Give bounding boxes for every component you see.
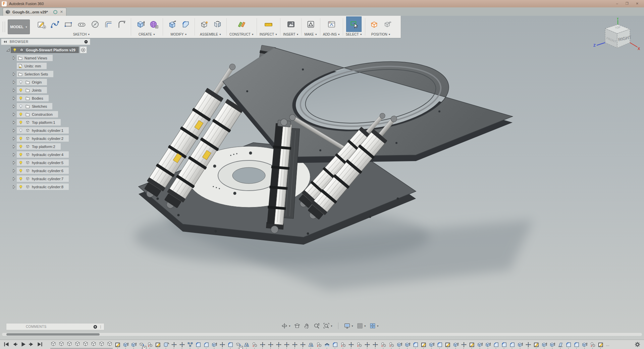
browser-item-surface[interactable]: Origin (17, 79, 47, 85)
zoom-icon[interactable] (313, 322, 320, 329)
timeline-rigid-group-icon[interactable] (187, 342, 193, 349)
timeline-move-icon[interactable] (268, 342, 274, 349)
toolbar-menu-position[interactable]: POSITION▼ (371, 32, 391, 37)
toolbar-grip[interactable] (3, 21, 5, 32)
view-cube[interactable]: TOP FRONT RIGHT Y Z X (593, 18, 640, 59)
browser-item-surface[interactable]: Selection Sets (17, 71, 53, 77)
browser-item-bodies[interactable]: Bodies (1, 95, 90, 101)
add-ins-icon[interactable] (325, 17, 338, 31)
toolbar-menu-select[interactable]: SELECT▼ (346, 32, 362, 37)
tab-close-button[interactable]: ✕ (59, 10, 64, 14)
browser-item-hydraulic-cylinder-1[interactable]: hydraulic cylinder:1 (1, 127, 90, 134)
timeline-move-icon[interactable] (219, 342, 225, 349)
browser-item-units-mm[interactable]: Units: mm (1, 63, 90, 69)
measure-icon[interactable] (262, 17, 275, 31)
timeline-move-icon[interactable] (260, 342, 266, 349)
browser-item-top-platform-2[interactable]: Top platform:2 (1, 143, 90, 150)
timeline-move-icon[interactable] (372, 342, 378, 349)
look-at-icon[interactable] (294, 322, 301, 329)
toolbar-menu-add-ins[interactable]: ADD-INS▼ (323, 32, 340, 37)
timeline-extrude-icon[interactable] (582, 342, 588, 349)
browser-item-selection-sets[interactable]: Selection Sets (1, 71, 90, 77)
timeline-scrollbar[interactable] (2, 333, 642, 336)
timeline-mirror-icon[interactable] (244, 342, 250, 349)
timeline-go-to-start-button[interactable] (3, 341, 10, 348)
timeline-component-icon[interactable] (83, 341, 89, 348)
visibility-bulb-icon[interactable] (18, 184, 23, 190)
expand-arrow-icon[interactable] (11, 184, 17, 190)
visibility-bulb-icon[interactable] (18, 120, 23, 125)
toolbar-menu-modify[interactable]: MODIFY▼ (171, 32, 187, 37)
timeline-draft-icon[interactable] (557, 342, 564, 349)
expand-arrow-icon[interactable] (11, 71, 17, 77)
visibility-bulb-icon[interactable] (18, 112, 23, 117)
visibility-bulb-icon[interactable] (18, 128, 23, 133)
expand-arrow-icon[interactable] (11, 55, 17, 61)
timeline-component-icon[interactable] (91, 341, 97, 348)
timeline-group-expand-badge[interactable]: + (239, 346, 243, 349)
timeline-extrude-icon[interactable] (211, 342, 217, 349)
browser-item-construction[interactable]: Construction (1, 111, 90, 117)
timeline-move-icon[interactable] (179, 342, 185, 349)
timeline-move-icon[interactable] (276, 342, 282, 349)
capture-position-icon[interactable] (368, 17, 381, 31)
document-tab[interactable]: Gough-St...orm v29* ✕ (3, 8, 66, 16)
expand-arrow-icon[interactable] (11, 80, 17, 85)
timeline-thicken-icon[interactable] (324, 342, 330, 349)
press-pull-icon[interactable] (166, 17, 178, 31)
extrude-icon[interactable] (134, 17, 147, 31)
timeline-extrude-icon[interactable] (541, 342, 547, 349)
chevron-down-icon[interactable]: ▼ (364, 325, 366, 327)
timeline-component-icon[interactable] (58, 341, 64, 348)
browser-item-hydraulic-cylinder-5[interactable]: hydraulic cylinder:5 (1, 159, 90, 166)
timeline-settings-gear-icon[interactable] (634, 341, 641, 348)
browser-item-surface[interactable]: hydraulic cylinder:8 (17, 184, 69, 190)
timeline-move-icon[interactable] (292, 342, 298, 349)
timeline-component-icon[interactable] (107, 341, 113, 348)
expand-arrow-icon[interactable] (11, 152, 17, 157)
browser-item-named-views[interactable]: Named Views (1, 55, 90, 61)
construct-plane-icon[interactable] (235, 17, 248, 31)
timeline-step-back-button[interactable] (12, 341, 18, 348)
timeline-extrude-icon[interactable] (477, 342, 483, 349)
expand-arrow-icon[interactable] (11, 144, 17, 149)
timeline-joint-icon[interactable] (147, 342, 153, 349)
timeline-joint-icon[interactable] (356, 342, 362, 349)
timeline-move-icon[interactable] (348, 342, 354, 349)
chevron-down-icon[interactable]: ▼ (330, 325, 333, 327)
timeline-extrude-icon[interactable] (405, 342, 411, 349)
pan-icon[interactable] (304, 322, 310, 329)
timeline-move-icon[interactable] (284, 342, 290, 349)
timeline-component-icon[interactable] (66, 341, 72, 348)
activate-component-radio[interactable] (80, 46, 87, 53)
timeline-extrude-icon[interactable] (549, 342, 555, 349)
timeline-component-icon[interactable] (50, 341, 56, 348)
browser-item-sketches[interactable]: Sketches (1, 103, 90, 109)
comments-resize-grip[interactable]: ❘ (99, 325, 102, 329)
toolbar-menu-make[interactable]: MAKE▼ (304, 32, 317, 37)
timeline-joint-icon[interactable] (340, 342, 346, 349)
timeline-sketch-icon[interactable] (115, 342, 121, 349)
timeline-step-forward-button[interactable] (29, 341, 35, 348)
browser-item-surface[interactable]: Construction (17, 111, 58, 117)
timeline-sketch-icon[interactable] (533, 342, 539, 349)
browser-item-surface[interactable]: Named Views (17, 55, 53, 61)
visibility-bulb-icon[interactable] (18, 160, 23, 165)
browser-item-surface[interactable]: hydraulic cylinder:5 (17, 159, 69, 166)
offset-icon[interactable] (102, 17, 115, 31)
timeline-group-expand-badge[interactable]: + (143, 346, 146, 349)
orbit-icon[interactable]: ▼ (281, 322, 291, 329)
toolbar-menu-insert[interactable]: INSERT▼ (283, 32, 299, 37)
browser-hide-icon[interactable] (84, 40, 88, 44)
browser-root-selection[interactable]: Gough-Stewart Platform v29 (11, 47, 79, 53)
fillet-sketch-icon[interactable] (115, 17, 128, 31)
browser-item-surface[interactable]: Top platform:1 (17, 119, 61, 126)
visibility-bulb-icon[interactable] (18, 136, 23, 141)
display-settings-icon[interactable]: ▼ (344, 322, 354, 329)
timeline-fillet-icon[interactable] (227, 342, 233, 349)
timeline-joint-icon[interactable] (388, 342, 394, 349)
visibility-bulb-icon[interactable] (18, 168, 23, 173)
timeline-extrude-icon[interactable] (485, 342, 491, 349)
expand-arrow-icon[interactable] (11, 96, 17, 101)
expand-arrow-icon[interactable] (11, 160, 17, 165)
